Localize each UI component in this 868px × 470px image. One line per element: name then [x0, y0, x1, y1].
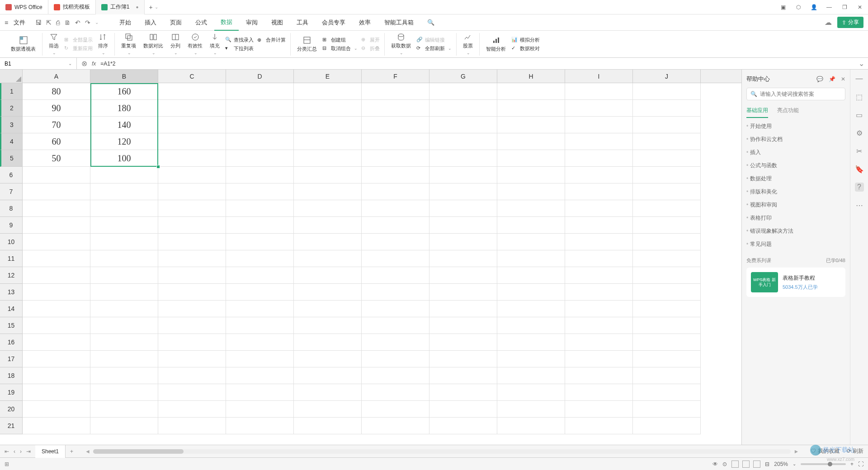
cancel-icon[interactable]: ⊗: [81, 59, 87, 68]
minimize-rail-icon[interactable]: —: [855, 74, 864, 83]
refresh-button[interactable]: ⟳ 刷新: [847, 447, 863, 455]
cell[interactable]: 120: [90, 133, 158, 150]
layout-icon[interactable]: ▣: [779, 4, 787, 11]
cell[interactable]: [429, 133, 497, 150]
cell[interactable]: [565, 133, 633, 150]
cell[interactable]: [158, 167, 226, 183]
zoom-level[interactable]: 205%: [774, 461, 788, 467]
cell[interactable]: [23, 284, 90, 301]
column-header-g[interactable]: G: [429, 70, 497, 83]
close-icon[interactable]: ✕: [841, 76, 845, 82]
cell[interactable]: [497, 167, 565, 183]
cell[interactable]: [294, 301, 362, 317]
spreadsheet-grid[interactable]: A B C D E F G H I J 18016029018037014046…: [0, 70, 741, 445]
cell[interactable]: [633, 250, 701, 267]
row-header[interactable]: 2: [0, 100, 23, 117]
cell[interactable]: [158, 334, 226, 351]
cell[interactable]: [226, 367, 294, 384]
share-button[interactable]: ⇪ 分享: [837, 17, 863, 28]
cell[interactable]: [294, 167, 362, 183]
favorite-button[interactable]: ♡ 我的收藏: [811, 447, 839, 455]
column-header-h[interactable]: H: [497, 70, 565, 83]
cell[interactable]: [226, 384, 294, 401]
cell[interactable]: [158, 117, 226, 133]
last-sheet-icon[interactable]: ⇥: [26, 448, 31, 455]
row-header[interactable]: 20: [0, 401, 23, 418]
cell[interactable]: [226, 167, 294, 183]
cell[interactable]: [294, 217, 362, 234]
cell[interactable]: [633, 401, 701, 418]
cell[interactable]: [226, 100, 294, 117]
cell[interactable]: [497, 418, 565, 434]
cell[interactable]: [565, 100, 633, 117]
column-header-f[interactable]: F: [362, 70, 429, 83]
column-header-d[interactable]: D: [226, 70, 294, 83]
cell[interactable]: [565, 301, 633, 317]
tab-page[interactable]: 页面: [164, 14, 188, 31]
minimize-button[interactable]: —: [826, 4, 833, 11]
cell[interactable]: [158, 234, 226, 250]
cell[interactable]: [429, 284, 497, 301]
row-header[interactable]: 7: [0, 183, 23, 200]
cell[interactable]: [158, 418, 226, 434]
cell[interactable]: [294, 418, 362, 434]
row-header[interactable]: 9: [0, 217, 23, 234]
cell[interactable]: [294, 401, 362, 418]
add-tab-button[interactable]: + ⌄: [145, 4, 163, 11]
cell[interactable]: [23, 250, 90, 267]
validation-button[interactable]: 有效性: [186, 32, 204, 56]
cell[interactable]: [226, 150, 294, 167]
row-header[interactable]: 19: [0, 384, 23, 401]
column-header-c[interactable]: C: [158, 70, 226, 83]
column-header-i[interactable]: I: [565, 70, 633, 83]
cell[interactable]: [226, 401, 294, 418]
widget-icon[interactable]: ⬡: [795, 4, 802, 11]
cell[interactable]: [23, 183, 90, 200]
cell[interactable]: [226, 284, 294, 301]
row-header[interactable]: 3: [0, 117, 23, 133]
refresh-all-button[interactable]: ⟳全部刷新: [416, 45, 452, 52]
cell[interactable]: [497, 183, 565, 200]
row-header[interactable]: 8: [0, 200, 23, 217]
cell[interactable]: [633, 183, 701, 200]
cell[interactable]: [362, 284, 429, 301]
zoom-thumb[interactable]: [828, 462, 832, 466]
cell[interactable]: [565, 351, 633, 367]
tab-member[interactable]: 会员专享: [316, 14, 352, 31]
cell[interactable]: [362, 234, 429, 250]
cell[interactable]: [565, 367, 633, 384]
normal-view-icon[interactable]: [731, 461, 739, 468]
cell[interactable]: [158, 200, 226, 217]
tab-workbook[interactable]: 工作簿1 ●: [96, 0, 145, 14]
save-icon[interactable]: 🖫: [35, 19, 42, 26]
zoom-in-icon[interactable]: +: [850, 461, 854, 467]
row-header[interactable]: 10: [0, 234, 23, 250]
cell[interactable]: 60: [23, 133, 90, 150]
column-header-a[interactable]: A: [23, 70, 90, 83]
cell[interactable]: [362, 167, 429, 183]
help-item[interactable]: 协作和云文档: [746, 136, 845, 143]
cell[interactable]: [633, 234, 701, 250]
cell[interactable]: [158, 367, 226, 384]
cell[interactable]: [429, 351, 497, 367]
cell[interactable]: [90, 301, 158, 317]
cell[interactable]: [90, 418, 158, 434]
cell[interactable]: [633, 167, 701, 183]
cell[interactable]: [90, 384, 158, 401]
scroll-right-icon[interactable]: ►: [791, 448, 802, 455]
cell[interactable]: [90, 183, 158, 200]
cell[interactable]: [362, 367, 429, 384]
cell[interactable]: [565, 183, 633, 200]
chat-icon[interactable]: 💬: [816, 76, 823, 82]
cell[interactable]: [429, 301, 497, 317]
cell[interactable]: [294, 367, 362, 384]
cell[interactable]: [497, 367, 565, 384]
cell[interactable]: [633, 100, 701, 117]
data-compare-button[interactable]: 数据对比: [142, 32, 165, 56]
cloud-icon[interactable]: ☁: [825, 18, 832, 27]
help-tab-features[interactable]: 亮点功能: [777, 107, 799, 118]
cell[interactable]: [362, 317, 429, 334]
undo-icon[interactable]: ↶: [75, 19, 80, 26]
help-item[interactable]: 常见问题: [746, 240, 845, 248]
page-break-icon[interactable]: [753, 461, 760, 468]
